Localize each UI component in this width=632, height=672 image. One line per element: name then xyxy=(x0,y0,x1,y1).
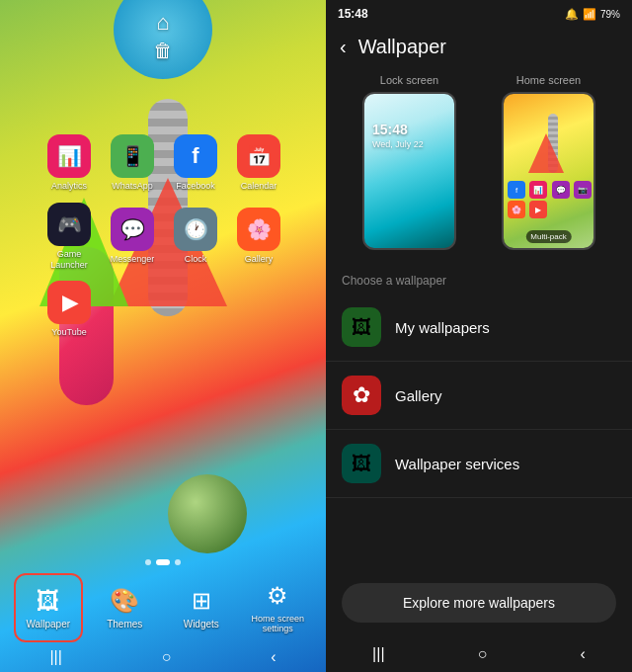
themes-icon: 🎨 xyxy=(110,587,139,615)
app-gallery[interactable]: 🌸 Gallery xyxy=(229,202,288,271)
app-clock[interactable]: 🕐 Clock xyxy=(166,202,225,271)
right-nav-back[interactable]: ‹ xyxy=(581,645,586,663)
status-icons: 🔔 📶 79% xyxy=(565,8,620,21)
preview-area: Lock screen 15:48 Wed, July 22 Home scre… xyxy=(326,66,632,264)
home-screen-phone[interactable]: f 📊 💬 📷 🌸 ▶ Multi-pack xyxy=(502,92,595,250)
wallpaper-services-icon: 🖼 xyxy=(352,453,371,475)
facebook-label: Facebook xyxy=(176,181,215,192)
dot-active xyxy=(156,559,170,565)
menu-item-my-wallpapers[interactable]: 🖼 My wallpapers xyxy=(326,294,632,362)
home-icon: ⌂ xyxy=(156,10,169,36)
my-wallpapers-icon-wrap: 🖼 xyxy=(342,307,381,347)
messenger-label: Messenger xyxy=(111,254,155,265)
home-screen-label: Home screen xyxy=(516,74,581,86)
preview-cone xyxy=(528,133,564,173)
notification-icon: 🔔 xyxy=(565,8,579,21)
home-screen-preview-bg: f 📊 💬 📷 🌸 ▶ xyxy=(504,94,593,248)
menu-item-gallery[interactable]: ✿ Gallery xyxy=(326,362,632,430)
preview-icon-an: 📊 xyxy=(529,181,547,199)
whatsapp-icon: 📱 xyxy=(111,134,154,178)
gallery-menu-icon: ✿ xyxy=(353,382,370,408)
bottom-item-home-settings[interactable]: ⚙ Home screen settings xyxy=(243,573,312,642)
preview-mini-icons: f 📊 💬 📷 🌸 ▶ xyxy=(508,181,593,218)
wallpaper-services-icon-wrap: 🖼 xyxy=(342,444,381,483)
menu-list: 🖼 My wallpapers ✿ Gallery 🖼 Wallpaper se… xyxy=(326,294,632,569)
facebook-icon: f xyxy=(174,134,217,178)
home-settings-icon: ⚙ xyxy=(267,582,288,610)
my-wallpapers-icon: 🖼 xyxy=(352,316,371,339)
home-topbar: ⌂ xyxy=(0,0,326,36)
my-wallpapers-label: My wallpapers xyxy=(395,319,490,336)
right-nav-home[interactable]: ○ xyxy=(478,645,488,663)
dock-dots xyxy=(0,559,326,565)
multipack-badge: Multi-pack xyxy=(525,230,571,243)
nav-recents-icon[interactable]: ||| xyxy=(49,648,61,666)
menu-item-wallpaper-services[interactable]: 🖼 Wallpaper services xyxy=(326,430,632,498)
game-launcher-icon: 🎮 xyxy=(47,203,91,246)
bottom-item-widgets[interactable]: ⊞ Widgets xyxy=(167,573,236,642)
status-time: 15:48 xyxy=(338,7,368,21)
lock-screen-label: Lock screen xyxy=(380,74,438,86)
preview-icon-yt: ▶ xyxy=(529,201,547,218)
wallpaper-services-label: Wallpaper services xyxy=(395,456,519,472)
youtube-label: YouTube xyxy=(51,327,86,338)
analytics-label: Analytics xyxy=(51,181,87,192)
nav-back-icon[interactable]: ‹ xyxy=(271,648,276,666)
gallery-menu-label: Gallery xyxy=(395,387,442,404)
calendar-label: Calendar xyxy=(241,181,277,192)
home-navbar: ||| ○ ‹ xyxy=(0,642,326,672)
analytics-icon: 📊 xyxy=(47,134,91,178)
explore-btn-area: Explore more wallpapers xyxy=(326,569,632,636)
status-bar: 15:48 🔔 📶 79% xyxy=(326,0,632,28)
right-panel: 15:48 🔔 📶 79% ‹ Wallpaper Lock screen 15… xyxy=(326,0,632,672)
themes-bottom-label: Themes xyxy=(107,619,142,630)
bottom-item-themes[interactable]: 🎨 Themes xyxy=(90,573,159,642)
preview-icon-fb: f xyxy=(508,181,525,199)
battery-icon: 79% xyxy=(600,9,620,20)
right-nav-recents[interactable]: ||| xyxy=(372,645,384,663)
wallpaper-bottom-label: Wallpaper xyxy=(26,619,70,630)
app-analytics[interactable]: 📊 Analytics xyxy=(40,128,99,198)
explore-wallpapers-button[interactable]: Explore more wallpapers xyxy=(342,583,616,623)
app-grid: 📊 Analytics 📱 WhatsApp f Facebook 📅 Cale… xyxy=(40,128,288,344)
lock-screen-preview-item: Lock screen 15:48 Wed, July 22 xyxy=(362,74,456,250)
dot-3 xyxy=(175,559,181,565)
calendar-icon: 📅 xyxy=(237,134,280,178)
preview-lock-date: Wed, July 22 xyxy=(372,139,424,149)
bottom-item-wallpaper[interactable]: 🖼 Wallpaper xyxy=(14,573,83,642)
left-panel: ⌂ 🗑 📊 Analytics 📱 WhatsApp f Facebook 📅 … xyxy=(0,0,326,672)
home-dock xyxy=(0,559,326,573)
app-calendar[interactable]: 📅 Calendar xyxy=(229,128,288,198)
signal-icon: 📶 xyxy=(583,8,596,21)
dot-1 xyxy=(145,559,151,565)
clock-icon: 🕐 xyxy=(174,208,217,251)
youtube-icon: ▶ xyxy=(47,281,91,324)
preview-icon-gl: 🌸 xyxy=(508,201,525,218)
home-screen-preview-item: Home screen f 📊 💬 📷 🌸 ▶ Multi-pack xyxy=(502,74,595,250)
preview-icon-ig: 📷 xyxy=(574,181,592,199)
home-bottom-bar: 🖼 Wallpaper 🎨 Themes ⊞ Widgets ⚙ Home sc… xyxy=(0,573,326,642)
trash-icon: 🗑 xyxy=(153,40,173,61)
app-facebook[interactable]: f Facebook xyxy=(166,128,225,198)
gallery-icon: 🌸 xyxy=(237,208,280,251)
app-game-launcher[interactable]: 🎮 Game Launcher xyxy=(40,202,99,271)
section-title: Choose a wallpaper xyxy=(326,264,632,294)
app-youtube[interactable]: ▶ YouTube xyxy=(40,275,99,344)
deco-green-ball xyxy=(168,474,247,553)
game-launcher-label: Game Launcher xyxy=(40,249,99,271)
app-whatsapp[interactable]: 📱 WhatsApp xyxy=(103,128,162,198)
clock-label: Clock xyxy=(185,254,207,265)
back-button[interactable]: ‹ xyxy=(340,36,347,58)
wallpaper-header: ‹ Wallpaper xyxy=(326,28,632,66)
gallery-label: Gallery xyxy=(245,254,274,265)
wallpaper-icon: 🖼 xyxy=(37,587,60,615)
nav-home-icon[interactable]: ○ xyxy=(162,648,172,666)
whatsapp-label: WhatsApp xyxy=(112,181,153,192)
messenger-icon: 💬 xyxy=(111,208,154,251)
lock-screen-phone[interactable]: 15:48 Wed, July 22 xyxy=(362,92,456,250)
app-messenger[interactable]: 💬 Messenger xyxy=(103,202,162,271)
widgets-bottom-label: Widgets xyxy=(184,619,219,630)
trash-area: 🗑 xyxy=(153,40,173,62)
right-navbar: ||| ○ ‹ xyxy=(326,636,632,672)
widgets-icon: ⊞ xyxy=(192,587,211,615)
